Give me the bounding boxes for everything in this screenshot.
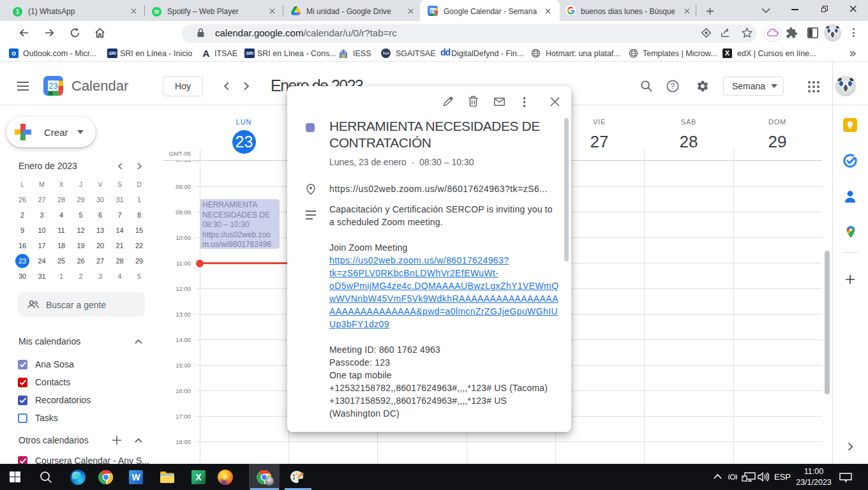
- svg-text:23: 23: [49, 81, 57, 91]
- svg-text:?: ?: [671, 82, 675, 91]
- svg-text:23: 23: [430, 8, 435, 14]
